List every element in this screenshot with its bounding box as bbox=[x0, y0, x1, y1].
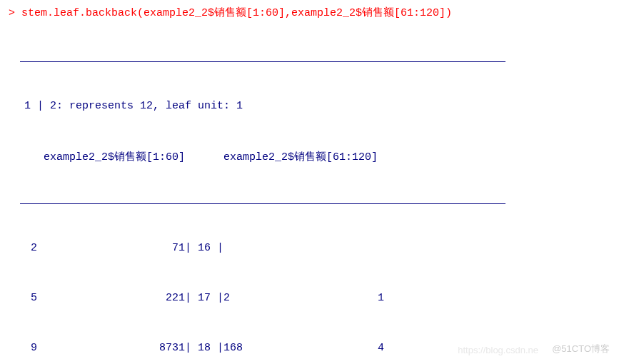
watermark-51cto: @51CTO博客 bbox=[552, 343, 610, 355]
r-command-line: > stem.leaf.backback(example2_2$销售额[1:60… bbox=[9, 6, 615, 19]
header-represents: 1 | 2: represents 12, leaf unit: 1 bbox=[11, 98, 615, 114]
header-columns: example2_2$销售额[1:60] example2_2$销售额[61:1… bbox=[11, 149, 615, 166]
data-row: 2 71| 16 | bbox=[11, 240, 615, 256]
data-row: 5 221| 17 |2 1 bbox=[11, 290, 615, 306]
watermark-csdn: https://blog.csdn.ne bbox=[458, 345, 538, 355]
stem-leaf-output: 1 | 2: represents 12, leaf unit: 1 examp… bbox=[9, 25, 615, 364]
separator-header bbox=[20, 203, 505, 204]
separator-top bbox=[20, 61, 505, 62]
